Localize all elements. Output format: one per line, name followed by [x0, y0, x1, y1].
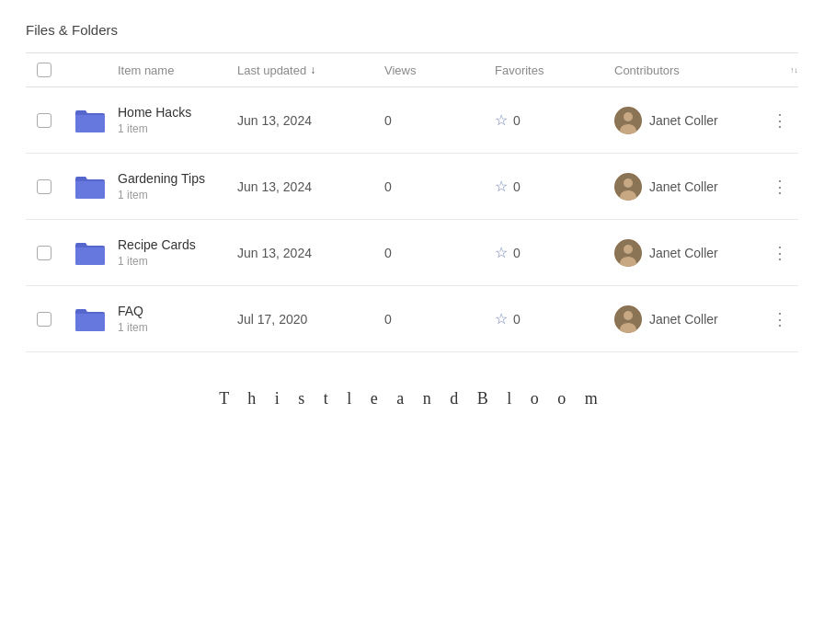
item-name-0[interactable]: Home Hacks [118, 105, 237, 120]
avatar-2 [614, 239, 642, 267]
select-all-checkbox[interactable] [37, 63, 52, 77]
item-meta-1: 1 item [118, 189, 237, 201]
table-row: Gardening Tips 1 item Jun 13, 2024 0 ☆ 0… [26, 154, 798, 220]
contributor-name-0: Janet Coller [649, 113, 718, 128]
row-checkbox-1[interactable] [37, 179, 52, 194]
sort-down-icon: ↓ [310, 63, 315, 76]
col-more-1[interactable]: ⋮ [761, 175, 798, 199]
item-info-0: Home Hacks 1 item [118, 105, 237, 135]
row-checkbox-cell-2[interactable] [26, 246, 63, 260]
item-name-1[interactable]: Gardening Tips [118, 171, 237, 186]
row-checkbox-cell-0[interactable] [26, 113, 63, 128]
item-name-2[interactable]: Recipe Cards [118, 237, 237, 252]
svg-point-10 [624, 311, 633, 320]
more-button-2[interactable]: ⋮ [766, 241, 794, 265]
header-checkbox-cell[interactable] [26, 63, 63, 77]
col-favorites-3[interactable]: ☆ 0 [495, 310, 614, 328]
avatar-3 [614, 305, 642, 333]
header-views: Views [384, 63, 495, 77]
page-header: Files & Folders [0, 0, 824, 52]
col-contributors-0: Janet Coller [614, 107, 761, 134]
table-container: Item name Last updated ↓ Views Favorites… [0, 52, 824, 352]
col-views-2: 0 [384, 246, 495, 260]
col-date-0: Jun 13, 2024 [237, 113, 384, 128]
col-more-3[interactable]: ⋮ [761, 307, 798, 331]
sort-arrows-icon[interactable]: ↑↓ [790, 66, 798, 75]
table-row: FAQ 1 item Jul 17, 2020 0 ☆ 0 Janet Coll… [26, 286, 798, 352]
item-info-2: Recipe Cards 1 item [118, 237, 237, 268]
col-favorites-2[interactable]: ☆ 0 [495, 244, 614, 261]
table-header: Item name Last updated ↓ Views Favorites… [26, 52, 798, 87]
col-date-3: Jul 17, 2020 [237, 312, 384, 327]
col-favorites-0[interactable]: ☆ 0 [495, 111, 614, 129]
col-more-2[interactable]: ⋮ [761, 241, 798, 265]
row-checkbox-3[interactable] [37, 312, 52, 327]
row-checkbox-cell-3[interactable] [26, 312, 63, 327]
col-contributors-1: Janet Coller [614, 173, 761, 201]
row-checkbox-cell-1[interactable] [26, 179, 63, 194]
star-icon-3[interactable]: ☆ [495, 310, 508, 328]
page-title: Files & Folders [26, 22, 798, 38]
avatar-0 [614, 107, 642, 134]
header-contributors: Contributors [614, 63, 761, 77]
avatar-1 [614, 173, 642, 201]
folder-icon-cell-3 [63, 305, 118, 333]
star-icon-1[interactable]: ☆ [495, 178, 508, 195]
folder-icon-cell-2 [63, 239, 118, 267]
more-button-3[interactable]: ⋮ [766, 307, 794, 331]
row-checkbox-0[interactable] [37, 113, 52, 128]
row-checkbox-2[interactable] [37, 246, 52, 260]
favorites-count-1: 0 [513, 179, 521, 194]
header-favorites: Favorites [495, 63, 614, 77]
favorites-count-3: 0 [513, 312, 521, 327]
item-meta-0: 1 item [118, 122, 237, 135]
more-button-1[interactable]: ⋮ [766, 175, 794, 199]
table-row: Home Hacks 1 item Jun 13, 2024 0 ☆ 0 Jan… [26, 87, 798, 154]
col-views-3: 0 [384, 312, 495, 327]
item-meta-2: 1 item [118, 255, 237, 268]
contributor-name-3: Janet Coller [649, 312, 718, 327]
col-favorites-1[interactable]: ☆ 0 [495, 178, 614, 195]
folder-icon-cell-0 [63, 107, 118, 134]
col-contributors-3: Janet Coller [614, 305, 761, 333]
contributor-name-1: Janet Coller [649, 179, 718, 194]
header-sort[interactable]: ↑↓ [761, 66, 798, 75]
header-item-name: Item name [118, 63, 237, 77]
item-name-3[interactable]: FAQ [118, 304, 237, 318]
more-button-0[interactable]: ⋮ [766, 109, 794, 132]
item-info-1: Gardening Tips 1 item [118, 171, 237, 201]
star-icon-2[interactable]: ☆ [495, 244, 508, 261]
folder-icon-cell-1 [63, 173, 118, 201]
col-date-1: Jun 13, 2024 [237, 179, 384, 194]
contributor-name-2: Janet Coller [649, 246, 718, 260]
col-more-0[interactable]: ⋮ [761, 109, 798, 132]
svg-point-7 [624, 245, 633, 254]
col-contributors-2: Janet Coller [614, 239, 761, 267]
col-date-2: Jun 13, 2024 [237, 246, 384, 260]
col-views-0: 0 [384, 113, 495, 128]
star-icon-0[interactable]: ☆ [495, 111, 508, 129]
table-rows: Home Hacks 1 item Jun 13, 2024 0 ☆ 0 Jan… [26, 87, 798, 352]
favorites-count-0: 0 [513, 113, 521, 128]
table-row: Recipe Cards 1 item Jun 13, 2024 0 ☆ 0 J… [26, 220, 798, 286]
svg-point-1 [624, 112, 633, 121]
svg-point-4 [624, 178, 633, 188]
item-info-3: FAQ 1 item [118, 304, 237, 334]
favorites-count-2: 0 [513, 246, 521, 260]
header-last-updated[interactable]: Last updated ↓ [237, 63, 384, 77]
col-views-1: 0 [384, 179, 495, 194]
footer-brand: T h i s t l e a n d B l o o m [0, 352, 824, 427]
item-meta-3: 1 item [118, 321, 237, 334]
